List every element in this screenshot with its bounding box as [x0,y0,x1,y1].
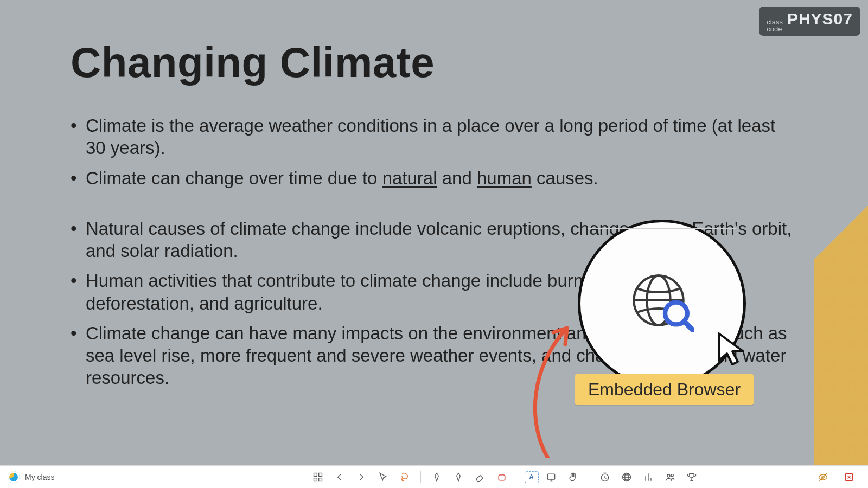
poll-icon[interactable] [639,468,658,486]
present-icon[interactable] [542,468,560,486]
svg-point-16 [671,474,673,476]
bullet-text: Climate is the average weather condition… [86,115,775,158]
callout-tooltip: Embedded Browser [575,374,754,405]
svg-rect-8 [318,478,322,481]
eye-off-icon[interactable] [814,468,832,486]
arrow-left-icon[interactable] [330,468,349,486]
cursor-icon [716,331,749,369]
toolbar-separator [420,471,421,483]
globe-search-icon [629,271,694,336]
hand-icon[interactable] [564,468,582,486]
shape-icon[interactable] [493,468,511,486]
pen2-icon[interactable] [449,468,468,486]
bullet-item: Climate is the average weather condition… [71,114,797,159]
text-icon[interactable]: A [525,471,539,483]
svg-rect-5 [314,473,317,476]
timer-icon[interactable] [596,468,614,486]
arrow-right-icon[interactable] [352,468,371,486]
svg-rect-6 [318,473,322,476]
callout-topbar [588,228,736,229]
toolbar-separator [518,471,518,483]
svg-rect-10 [499,474,505,480]
trophy-icon[interactable] [682,468,701,486]
grid-icon[interactable] [309,468,327,486]
svg-line-4 [684,321,693,330]
slide-title: Changing Climate [71,38,797,87]
bullet-item: Climate can change over time due to natu… [71,167,797,189]
class-label[interactable]: My class [25,473,54,481]
people-icon[interactable] [661,468,679,486]
bottom-toolbar: My class A [0,465,868,488]
pen-icon[interactable] [427,468,446,486]
svg-rect-11 [547,474,554,479]
lasso-icon[interactable] [395,468,414,486]
toolbar-separator [589,471,589,483]
app-logo-icon[interactable] [8,471,20,483]
pointer-icon[interactable] [374,468,392,486]
close-icon[interactable] [840,468,858,486]
svg-point-15 [667,474,670,477]
browser-icon[interactable] [617,468,636,486]
presentation-stage: class code PHYS07 Changing Climate Clima… [0,0,868,488]
svg-point-9 [401,478,403,479]
svg-rect-7 [314,478,317,481]
eraser-icon[interactable] [471,468,489,486]
